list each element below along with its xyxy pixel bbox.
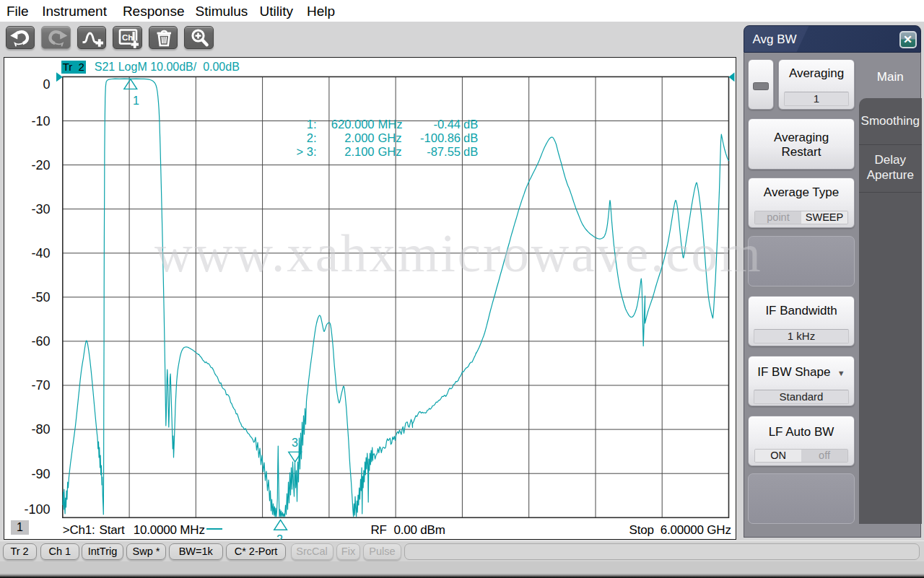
svg-text:0: 0 (43, 76, 50, 91)
svg-text:2:: 2: (307, 131, 317, 144)
svg-text:MHz: MHz (378, 117, 403, 130)
svg-text:-50: -50 (31, 290, 50, 305)
svg-text:3: 3 (292, 437, 298, 449)
svg-text:-10: -10 (31, 113, 50, 128)
svg-text:2.100: 2.100 (344, 145, 374, 158)
svg-text:-100: -100 (24, 502, 50, 517)
svg-text:Ch: Ch (122, 33, 133, 42)
svg-text:-100.86: -100.86 (420, 131, 461, 144)
svg-text:GHz: GHz (378, 131, 402, 144)
svg-text:-70: -70 (31, 378, 50, 393)
svg-text:2.000: 2.000 (344, 131, 374, 144)
svg-text:2: 2 (276, 533, 283, 540)
svg-text:-0.44: -0.44 (433, 117, 461, 130)
svg-text:dB: dB (463, 131, 478, 144)
svg-text:-90: -90 (31, 466, 50, 481)
svg-text:-20: -20 (31, 157, 50, 172)
svg-text:-40: -40 (31, 246, 50, 260)
svg-text:GHz: GHz (378, 145, 402, 158)
svg-text:-80: -80 (31, 422, 50, 437)
svg-text:dB: dB (463, 145, 478, 158)
svg-text:620.000: 620.000 (331, 117, 375, 130)
svg-text:dB: dB (463, 117, 478, 130)
svg-text:-87.55: -87.55 (427, 145, 461, 158)
svg-text:> 3:: > 3: (297, 145, 317, 158)
svg-text:1:: 1: (307, 117, 317, 130)
svg-text:-60: -60 (31, 334, 50, 349)
svg-text:1: 1 (133, 95, 139, 107)
svg-text:-30: -30 (31, 202, 50, 216)
